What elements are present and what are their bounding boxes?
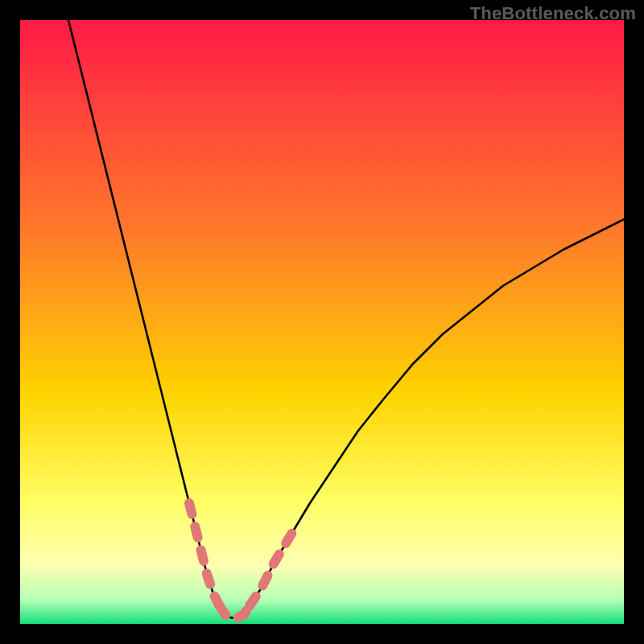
- highlight-segment: [220, 606, 250, 618]
- bottleneck-curve: [20, 20, 624, 624]
- watermark-text: TheBottleneck.com: [470, 3, 636, 24]
- chart-frame: [20, 20, 624, 624]
- highlight-segment: [189, 503, 220, 606]
